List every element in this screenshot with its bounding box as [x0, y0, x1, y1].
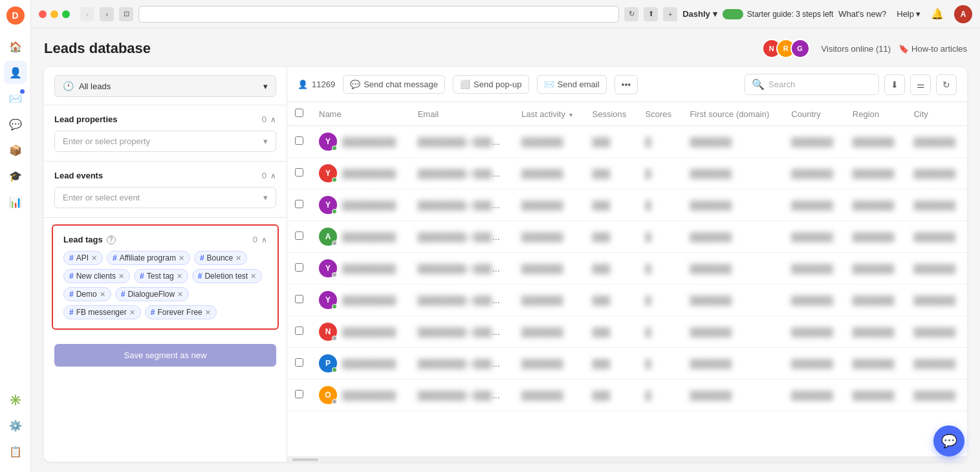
url-bar[interactable]	[138, 6, 619, 23]
row-checkbox[interactable]	[295, 295, 303, 303]
tag-remove-btn[interactable]: ✕	[177, 290, 183, 299]
lead-tags-help-icon[interactable]: ?	[107, 235, 116, 244]
last-activity-cell: ███████	[514, 253, 585, 284]
city-header[interactable]: City	[906, 102, 967, 126]
online-indicator	[332, 209, 337, 214]
brand-logo[interactable]: D	[6, 6, 25, 25]
row-checkbox[interactable]	[295, 263, 303, 272]
tag-remove-btn[interactable]: ✕	[177, 272, 182, 281]
filter-btn[interactable]: ⚌	[910, 74, 931, 95]
sidebar-item-reports[interactable]: 📋	[4, 440, 27, 463]
row-checkbox[interactable]	[295, 136, 303, 145]
lead-events-section: Lead events 0 ∧ Enter or select event ▾	[44, 162, 287, 218]
country-header[interactable]: Country	[783, 102, 845, 126]
send-chat-message-btn[interactable]: 💬 Send chat message	[343, 75, 445, 94]
tag-remove-btn[interactable]: ✕	[91, 254, 97, 263]
back-btn[interactable]: ‹	[80, 7, 94, 21]
sidebar-item-messages[interactable]: ✉️	[4, 87, 27, 110]
segment-selector-section: 🕐 All leads ▾	[44, 67, 287, 105]
sidebar-item-education[interactable]: 🎓	[4, 164, 27, 188]
row-checkbox[interactable]	[295, 390, 303, 398]
lead-tags-chevron-icon[interactable]: ∧	[261, 235, 267, 244]
email-cell: ████████@████████	[410, 348, 514, 380]
row-checkbox[interactable]	[295, 358, 303, 367]
tag-remove-btn[interactable]: ✕	[118, 272, 124, 281]
maximize-window-btn[interactable]	[62, 10, 70, 18]
table-scroll-track[interactable]	[287, 456, 967, 462]
scores-header[interactable]: Scores	[638, 102, 682, 126]
search-input[interactable]	[768, 80, 872, 89]
lead-events-select[interactable]: Enter or select event ▾	[54, 187, 276, 208]
lead-events-dropdown-icon: ▾	[263, 193, 268, 202]
download-btn[interactable]: ⬇	[884, 74, 905, 95]
search-box[interactable]: 🔍	[745, 74, 879, 95]
toolbar-right: 🔍 ⬇ ⚌ ↻	[745, 74, 957, 95]
visitors-online-label[interactable]: Visitors online (11)	[822, 44, 891, 54]
sidebar-item-chat[interactable]: 💬	[4, 113, 27, 136]
first-source-header[interactable]: First source (domain)	[682, 102, 783, 126]
sidebar-item-campaigns[interactable]: 📦	[4, 138, 27, 162]
row-checkbox-cell	[287, 348, 311, 380]
tag-remove-btn[interactable]: ✕	[205, 308, 211, 317]
new-tab-btn[interactable]: +	[663, 7, 677, 21]
lead-email: ████████@████████	[418, 264, 514, 274]
last-activity-value: ███████	[521, 359, 563, 369]
sidebar-item-contacts[interactable]: 👤	[4, 61, 27, 84]
lead-properties-chevron-icon[interactable]: ∧	[270, 115, 276, 124]
sidebar-item-home[interactable]: 🏠	[4, 35, 27, 58]
send-popup-btn[interactable]: ⬜ Send pop-up	[453, 75, 528, 94]
left-sidebar: D 🏠 👤 ✉️ 💬 📦 🎓 📊 ✳️ ⚙️ 📋	[0, 0, 31, 472]
send-email-btn[interactable]: ✉️ Send email	[537, 75, 607, 94]
row-checkbox-cell	[287, 253, 311, 284]
how-to-articles-link[interactable]: 🔖 How-to articles	[898, 44, 967, 54]
sidebar-item-integrations[interactable]: ✳️	[4, 388, 27, 411]
brand-nav[interactable]: Dashly ▾	[682, 9, 717, 19]
refresh-btn[interactable]: ↻	[936, 74, 957, 95]
sidebar-item-settings[interactable]: ⚙️	[4, 414, 27, 437]
region-header[interactable]: Region	[845, 102, 906, 126]
scores-cell: █	[638, 221, 682, 253]
name-header[interactable]: Name	[311, 102, 410, 126]
lead-tags-section: Lead tags ? 0 ∧ # API ✕	[52, 224, 279, 330]
sessions-header[interactable]: Sessions	[585, 102, 638, 126]
forward-btn[interactable]: ›	[100, 7, 114, 21]
last-activity-value: ███████	[521, 200, 563, 210]
chat-support-button[interactable]: 💬	[933, 425, 964, 456]
lead-events-chevron-icon[interactable]: ∧	[270, 171, 276, 180]
tag-remove-btn[interactable]: ✕	[100, 290, 105, 299]
share-btn[interactable]: ⬆	[644, 7, 658, 21]
more-actions-btn[interactable]: •••	[615, 75, 638, 94]
scores-value: █	[646, 200, 651, 210]
tag-remove-btn[interactable]: ✕	[235, 254, 241, 263]
reload-btn[interactable]: ↻	[624, 7, 638, 21]
whats-new-btn[interactable]: What's new?	[838, 9, 886, 19]
row-checkbox[interactable]	[295, 231, 303, 240]
hash-icon: #	[198, 272, 202, 281]
lead-properties-select[interactable]: Enter or select property ▾	[54, 131, 276, 152]
user-avatar[interactable]: A	[954, 5, 972, 23]
save-segment-btn[interactable]: Save segment as new	[54, 344, 276, 367]
city-cell: ███████	[906, 158, 967, 189]
help-menu[interactable]: Help ▾	[897, 9, 920, 19]
last-activity-header[interactable]: Last activity ▾	[514, 102, 585, 126]
row-checkbox[interactable]	[295, 168, 303, 177]
sessions-cell: ███	[585, 126, 638, 158]
close-window-btn[interactable]	[39, 10, 47, 18]
region-value: ███████	[853, 169, 894, 178]
email-icon: ✉️	[544, 80, 554, 89]
tag-remove-btn[interactable]: ✕	[129, 308, 135, 317]
row-checkbox[interactable]	[295, 200, 303, 208]
table-row: A █████████ ████████@████████ ███████ ██…	[287, 221, 967, 253]
fullscreen-btn[interactable]: ⊡	[119, 7, 133, 21]
tag-remove-btn[interactable]: ✕	[179, 254, 184, 263]
tag-remove-btn[interactable]: ✕	[250, 272, 256, 281]
email-header[interactable]: Email	[410, 102, 514, 126]
segment-selector[interactable]: 🕐 All leads ▾	[54, 75, 276, 97]
row-checkbox-cell	[287, 158, 311, 189]
row-checkbox[interactable]	[295, 327, 303, 335]
minimize-window-btn[interactable]	[50, 10, 58, 18]
notifications-bell-icon[interactable]: 🔔	[931, 8, 944, 20]
select-all-checkbox[interactable]	[295, 109, 303, 117]
sidebar-item-analytics[interactable]: 📊	[4, 190, 27, 213]
starter-guide[interactable]: Starter guide: 3 steps left	[723, 9, 833, 19]
